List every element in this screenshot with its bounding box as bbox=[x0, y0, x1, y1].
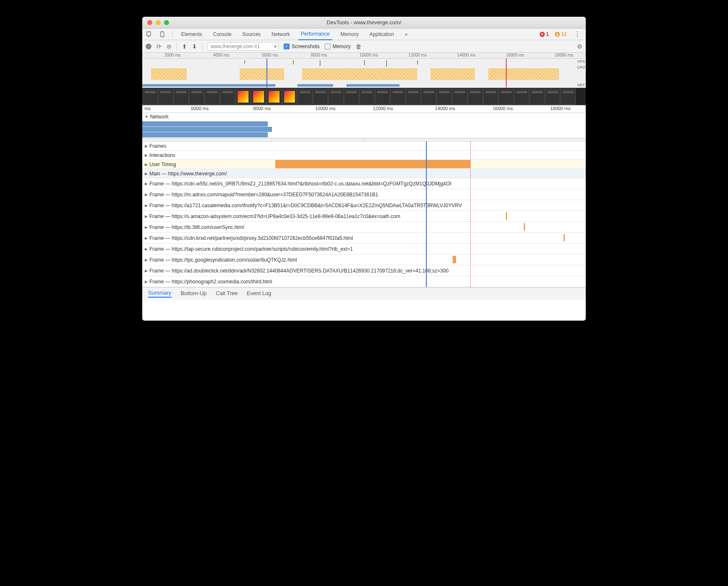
frame-row[interactable]: ▶Frame — https://ad.doubleclick.net/ddm/… bbox=[142, 265, 586, 276]
summary-pane bbox=[142, 300, 586, 321]
frame-row[interactable]: ▶Frame — https://tpc.googlesyndication.c… bbox=[142, 254, 586, 265]
interactions-track[interactable]: ▶Interactions bbox=[142, 151, 586, 160]
reload-icon[interactable]: ⟳ bbox=[156, 43, 161, 50]
time-marker-blue bbox=[426, 141, 427, 287]
tab-console[interactable]: Console bbox=[210, 28, 234, 40]
tab-call-tree[interactable]: Call Tree bbox=[216, 290, 238, 297]
tab-application[interactable]: Application bbox=[367, 28, 397, 40]
resize-handle[interactable]: ⋯ bbox=[142, 138, 586, 141]
tab-event-log[interactable]: Event Log bbox=[247, 290, 272, 297]
frame-row[interactable]: ▶Frame — https://s.amazon-adsystem.com/e… bbox=[142, 211, 586, 222]
details-tabs: Summary Bottom-Up Call Tree Event Log bbox=[142, 287, 586, 300]
checkbox-off-icon bbox=[325, 44, 331, 49]
selection-start-handle[interactable] bbox=[267, 59, 267, 87]
checkbox-on-icon: ✓ bbox=[284, 44, 290, 49]
more-tabs-icon[interactable]: » bbox=[402, 31, 410, 38]
detail-ruler[interactable]: ms 6000 ms 8000 ms 10000 ms 12000 ms 140… bbox=[142, 105, 586, 113]
frame-row[interactable]: ▶Frame — https://cdn.w55c.net/i/s_0RB7U9… bbox=[142, 178, 586, 189]
tab-network[interactable]: Network bbox=[269, 28, 292, 40]
frame-row[interactable]: ▶Frame — https://ib.3lift.com/userSync.h… bbox=[142, 222, 586, 233]
flame-chart[interactable]: ▶Frames ▶Interactions ▶User Timing ▶Main… bbox=[142, 141, 586, 287]
tab-summary[interactable]: Summary bbox=[148, 290, 172, 298]
network-track[interactable]: ▼Network bbox=[142, 113, 586, 138]
record-button[interactable] bbox=[146, 44, 151, 49]
inspect-icon[interactable] bbox=[146, 31, 153, 38]
frame-row[interactable]: ▶Frame — https://m.adnxs.com/mapuid?memb… bbox=[142, 189, 586, 200]
warning-count[interactable]: ▲13 bbox=[555, 31, 567, 37]
device-toggle-icon[interactable] bbox=[159, 31, 167, 38]
time-marker-red bbox=[470, 141, 471, 287]
devtools-window: DevTools - www.theverge.com/ Elements Co… bbox=[142, 17, 586, 321]
titlebar[interactable]: DevTools - www.theverge.com/ bbox=[142, 17, 586, 28]
performance-toolbar: ⟳ ⊘ ⬆ ⬇ www.theverge.com #1 ✓ Screenshot… bbox=[142, 40, 586, 53]
tab-sources[interactable]: Sources bbox=[240, 28, 263, 40]
svg-rect-0 bbox=[161, 32, 164, 37]
save-profile-icon[interactable]: ⬇ bbox=[192, 43, 197, 50]
fps-label: FPS bbox=[577, 59, 585, 64]
overview-pane[interactable]: FPS CPU NET bbox=[142, 59, 586, 88]
net-label: NET bbox=[577, 82, 585, 88]
trash-icon[interactable]: 🗑 bbox=[356, 43, 361, 50]
window-title: DevTools - www.theverge.com/ bbox=[142, 19, 586, 26]
error-count[interactable]: ✕1 bbox=[540, 31, 549, 37]
main-track[interactable]: ▶Main — https://www.theverge.com/ bbox=[142, 169, 586, 178]
frame-row[interactable]: ▶Frame — https://a1721.casalemedia.com/i… bbox=[142, 200, 586, 211]
frame-row[interactable]: ▶Frame — https://phonograph2.voxmedia.co… bbox=[142, 276, 586, 287]
tab-memory[interactable]: Memory bbox=[338, 28, 361, 40]
panel-tabs: Elements Console Sources Network Perform… bbox=[142, 28, 586, 40]
frame-row[interactable]: ▶Frame — https://cdn.krxd.net/partnerjs/… bbox=[142, 233, 586, 244]
tab-bottom-up[interactable]: Bottom-Up bbox=[181, 290, 207, 297]
selection-end-handle[interactable] bbox=[506, 59, 507, 87]
frame-row[interactable]: ▶Frame — https://tap-secure.rubiconproje… bbox=[142, 244, 586, 254]
screenshots-toggle[interactable]: ✓ Screenshots bbox=[284, 44, 320, 49]
screenshot-thumb[interactable] bbox=[143, 89, 158, 105]
recording-selector[interactable]: www.theverge.com #1 bbox=[208, 42, 279, 51]
tab-elements[interactable]: Elements bbox=[179, 28, 205, 40]
overview-ruler[interactable]: 2000 ms 4000 ms 6000 ms 8000 ms 10000 ms… bbox=[142, 53, 586, 59]
memory-toggle[interactable]: Memory bbox=[325, 44, 351, 49]
load-profile-icon[interactable]: ⬆ bbox=[182, 43, 187, 50]
tab-performance[interactable]: Performance bbox=[298, 28, 332, 40]
screenshot-filmstrip[interactable] bbox=[142, 88, 586, 105]
frames-track[interactable]: ▶Frames bbox=[142, 141, 586, 151]
cpu-label: CPU bbox=[577, 64, 585, 70]
clear-icon[interactable]: ⊘ bbox=[167, 43, 172, 50]
user-timing-track[interactable]: ▶User Timing bbox=[142, 160, 586, 169]
settings-menu-icon[interactable]: ⋮ bbox=[572, 30, 582, 38]
gear-icon[interactable]: ⚙ bbox=[577, 43, 582, 50]
